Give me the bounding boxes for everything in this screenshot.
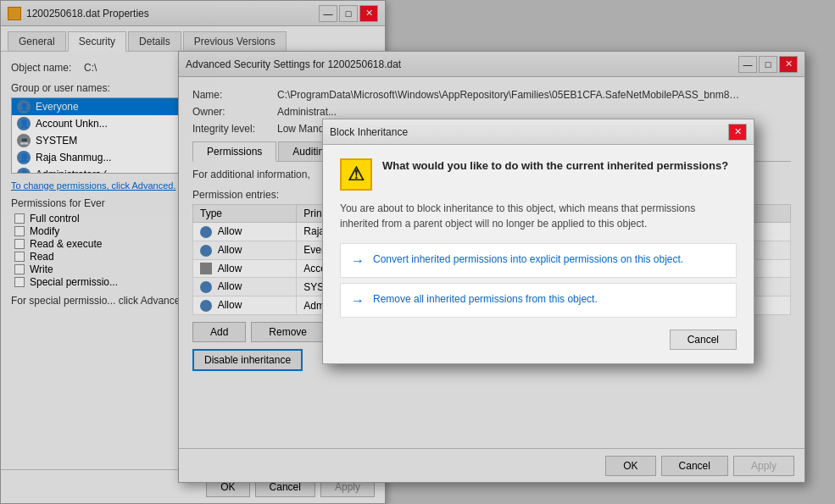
arrow-icon-2: → (351, 293, 365, 308)
arrow-icon-1: → (351, 253, 365, 269)
option-remove[interactable]: → Remove all inherited permissions from … (340, 283, 737, 318)
warning-icon: ⚠ (340, 158, 372, 191)
option2-text: Remove all inherited permissions from th… (373, 292, 598, 307)
option1-text: Convert inherited permissions into expli… (373, 252, 683, 267)
dialog-description: You are about to block inheritance to th… (340, 201, 737, 231)
dialog-cancel-button[interactable]: Cancel (670, 330, 737, 350)
dialog-footer: Cancel (340, 323, 737, 350)
dialog-titlebar: Block Inheritance ✕ (323, 119, 754, 145)
dialog-close-button[interactable]: ✕ (728, 124, 747, 141)
dialog-body: ⚠ What would you like to do with the cur… (323, 145, 754, 363)
dialog-title: Block Inheritance (330, 126, 408, 138)
dialog-header: ⚠ What would you like to do with the cur… (340, 158, 737, 191)
option-convert[interactable]: → Convert inherited permissions into exp… (340, 243, 737, 278)
dialog-question: What would you like to do with the curre… (382, 158, 728, 174)
block-inheritance-dialog: Block Inheritance ✕ ⚠ What would you lik… (322, 119, 754, 364)
